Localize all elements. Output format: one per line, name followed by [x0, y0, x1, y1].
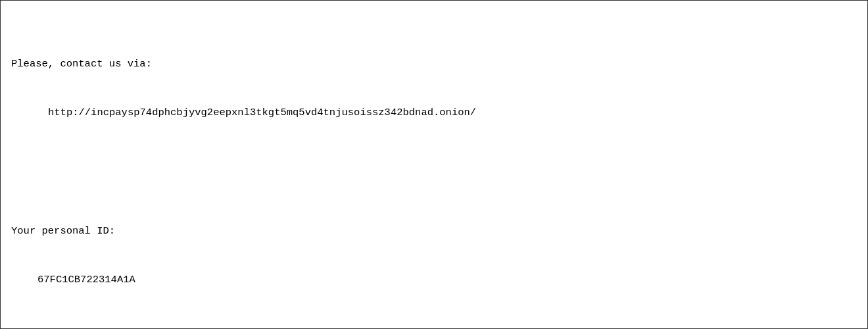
ransom-note-container: Please, contact us via: http://incpaysp7…: [0, 0, 868, 329]
personal-id-label: Your personal ID:: [11, 223, 857, 239]
ransom-note-text: Please, contact us via: http://incpaysp7…: [11, 9, 857, 329]
contact-url: http://incpaysp74dphcbjyvg2eepxnl3tkgt5m…: [11, 105, 857, 120]
contact-label: Please, contact us via:: [11, 56, 857, 72]
personal-id-value: 67FC1CB722314A1A: [11, 272, 857, 288]
